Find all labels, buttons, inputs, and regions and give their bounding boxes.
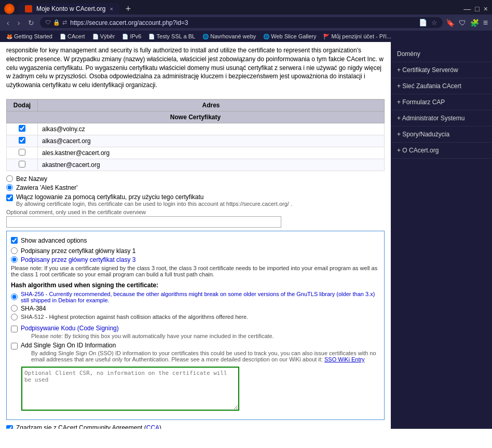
vpn-icon[interactable]: 🛡 <box>459 19 466 27</box>
sidebar-item-label: + Sieć Zaufania CAcert <box>397 82 461 90</box>
advanced-label: Show advanced options <box>21 237 87 244</box>
class1-radio[interactable] <box>11 247 18 254</box>
hash-title: Hash algorithm used when signing the cer… <box>11 282 380 289</box>
bez-nazwy-row: Bez Nazwy <box>6 175 385 183</box>
sha384-radio[interactable] <box>11 305 18 312</box>
bookmark-penzijni[interactable]: 🚩 Můj penzijní účet - Pří... <box>321 32 393 40</box>
code-signing-row: Podpisywanie Kodu (Code Signing) Please … <box>11 325 380 340</box>
active-tab[interactable]: Moje Konto w CAcert.org × <box>19 3 119 15</box>
sidebar: Domény + Certifikaty Serverów + Sieć Zau… <box>391 42 492 429</box>
forward-button[interactable]: › <box>15 18 23 28</box>
connection-icon: ⇄ <box>62 19 67 26</box>
zawiera-kastner-radio[interactable] <box>6 184 13 191</box>
bez-nazwy-radio[interactable] <box>6 175 13 182</box>
bookmark-label: Getting Started <box>14 33 52 39</box>
star-icon[interactable]: ☆ <box>431 19 438 26</box>
extensions-icon[interactable]: 🧩 <box>470 19 479 27</box>
bookmark-vyber[interactable]: 📄 Výběr <box>90 32 117 40</box>
sha256-radio[interactable] <box>11 293 18 300</box>
bookmark-ipv6[interactable]: 📄 IPv6 <box>120 32 143 40</box>
firefox-bookmark-icon: 🦊 <box>6 34 12 39</box>
shield-icon: 🛡 <box>45 19 51 26</box>
email-cell: ales.kastner@cacert.org <box>38 147 385 159</box>
sidebar-item-label: + Spory/Nadużycia <box>397 131 449 138</box>
sha512-label: SHA-512 - Highest protection against has… <box>21 314 248 320</box>
sidebar-item-spory[interactable]: + Spory/Nadużycia <box>391 127 492 143</box>
bookmark-cacert[interactable]: 📄 CAcert <box>58 32 87 40</box>
agreement-row: Zgadzam się z CAcert Community Agreement… <box>6 424 385 429</box>
name-radio-group: Bez Nazwy Zawiera 'Aleš Kastner' <box>6 175 385 191</box>
content-inner: responsible for key management and secur… <box>0 42 391 429</box>
reader-icon: 📄 <box>419 19 427 26</box>
bookmark-getting-started[interactable]: 🦊 Getting Started <box>4 32 54 40</box>
table-row: akastner@cacert.org <box>7 159 385 171</box>
toolbar-right: 🔖 🛡 🧩 ≡ <box>446 18 488 27</box>
email-checkbox[interactable] <box>19 137 25 144</box>
sha512-row: SHA-512 - Highest protection against has… <box>11 314 380 320</box>
zawiera-kastner-row: Zawiera 'Aleš Kastner' <box>6 184 385 191</box>
signing-note: Please note: If you use a certificate si… <box>11 265 380 277</box>
sso-checkbox[interactable] <box>11 343 18 349</box>
zawiera-kastner-label: Zawiera 'Aleš Kastner' <box>16 184 78 191</box>
new-certificates-header: Nowe Certyfikaty <box>7 111 385 123</box>
tab-close-button[interactable]: × <box>110 6 113 12</box>
address-bar[interactable]: 🛡 🔒 ⇄ https://secure.cacert.org/account.… <box>40 17 442 28</box>
table-header-address: Adres <box>38 99 385 111</box>
agreement-checkbox[interactable] <box>6 425 13 429</box>
browser-chrome: Moje Konto w CAcert.org × + — □ × ‹ › ↻ … <box>0 0 492 42</box>
pocket-icon[interactable]: 🔖 <box>446 19 455 27</box>
bookmark-testy[interactable]: 📄 Testy SSL a BL <box>146 32 197 40</box>
address-security-icons: 🛡 🔒 ⇄ <box>45 19 67 26</box>
content-area: responsible for key management and secur… <box>0 42 391 429</box>
email-checkbox[interactable] <box>19 161 25 167</box>
bookmark-navrhvane[interactable]: 🌐 Navrhované weby <box>200 32 258 40</box>
sidebar-item-certservery[interactable]: + Certifikaty Serverów <box>391 62 492 78</box>
window-close-button[interactable]: × <box>484 5 488 13</box>
new-tab-button[interactable]: + <box>121 4 135 15</box>
table-row: alkas@volny.cz <box>7 123 385 135</box>
refresh-button[interactable]: ↻ <box>25 18 37 28</box>
sso-wiki-link[interactable]: SSO WiKi Entry <box>324 356 365 362</box>
sidebar-item-ocacert[interactable]: + O CAcert.org <box>391 143 492 159</box>
cca-link[interactable]: CCA <box>146 424 159 429</box>
sidebar-item-siec[interactable]: + Sieć Zaufania CAcert <box>391 78 492 94</box>
window-minimize-button[interactable]: — <box>463 5 471 13</box>
code-signing-checkbox[interactable] <box>11 326 18 332</box>
csr-textarea[interactable] <box>21 367 239 411</box>
email-checkbox[interactable] <box>19 125 25 132</box>
sidebar-item-formularz[interactable]: + Formularz CAP <box>391 94 492 110</box>
advanced-checkbox[interactable] <box>11 237 18 244</box>
email-cell: akastner@cacert.org <box>38 159 385 171</box>
sha384-label: SHA-384 <box>21 305 46 312</box>
sha512-radio[interactable] <box>11 314 18 320</box>
email-checkbox[interactable] <box>19 149 25 156</box>
window-maximize-button[interactable]: □ <box>475 5 479 13</box>
comment-input[interactable] <box>6 216 281 228</box>
agreement-wrap: Zgadzam się z CAcert Community Agreement… <box>16 424 163 429</box>
class3-radio[interactable] <box>11 256 18 263</box>
back-button[interactable]: ‹ <box>4 18 12 28</box>
bookmark-label: CAcert <box>67 33 85 39</box>
flag-icon: 🚩 <box>323 34 330 39</box>
table-row: alkas@cacert.org <box>7 135 385 147</box>
nav-bar: ‹ › ↻ 🛡 🔒 ⇄ https://secure.cacert.org/ac… <box>0 15 492 31</box>
hash-section: Hash algorithm used when signing the cer… <box>11 282 380 320</box>
page-icon: 📄 <box>148 34 155 39</box>
bookmark-label: Výběr <box>100 33 115 39</box>
page-icon: 📄 <box>92 34 99 39</box>
page-icon: 📄 <box>122 34 128 39</box>
tab-title: Moje Konto w CAcert.org <box>36 5 105 12</box>
bookmark-webslice[interactable]: 🌐 Web Slice Gallery <box>261 32 318 40</box>
sidebar-item-domeny[interactable]: Domény <box>391 46 492 62</box>
class3-label: Podpisany przez główny certyfikat clasy … <box>21 256 135 263</box>
sidebar-item-admin[interactable]: + Administrator Systemu <box>391 110 492 127</box>
csr-wrap <box>21 367 380 412</box>
menu-button[interactable]: ≡ <box>483 18 488 27</box>
class1-label: Podpisany przez certyfikat główny klasy … <box>21 247 135 255</box>
window-controls: — □ × <box>463 5 488 13</box>
sidebar-item-label: + Certifikaty Serverów <box>397 66 458 74</box>
login-checkbox[interactable] <box>6 194 13 201</box>
main-layout: responsible for key management and secur… <box>0 42 492 429</box>
class3-row: Podpisany przez główny certyfikat clasy … <box>11 256 380 263</box>
address-text[interactable]: https://secure.cacert.org/account.php?id… <box>70 19 415 26</box>
